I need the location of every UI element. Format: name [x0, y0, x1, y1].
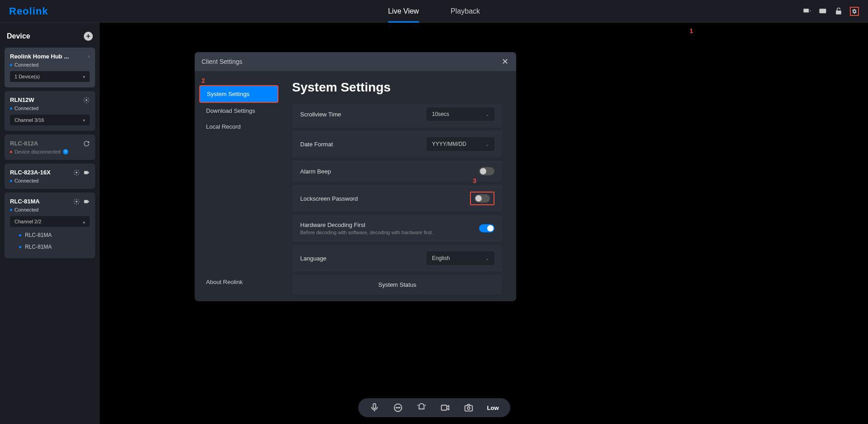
- chevron-down-icon: ⌄: [485, 256, 489, 261]
- logo: Reolink: [9, 5, 48, 17]
- svg-rect-1: [820, 9, 826, 13]
- device-card-rlc81ma[interactable]: RLC-81MA Connected Channel 2/2 ▴ RLC-81M…: [5, 193, 95, 258]
- svg-rect-8: [373, 404, 376, 409]
- settings-icon[interactable]: [850, 7, 859, 16]
- device-status: Connected: [10, 178, 90, 183]
- hardware-decoding-toggle[interactable]: [479, 224, 494, 232]
- svg-point-3: [86, 99, 87, 101]
- channel-label: 1 Device(s): [14, 74, 40, 79]
- setting-hardware-decoding: Hardware Decoding First Before decoding …: [292, 215, 503, 241]
- device-status: Connected: [10, 207, 90, 212]
- nav-local-record[interactable]: Local Record: [195, 119, 283, 135]
- channel-label: Channel 2/2: [14, 219, 41, 224]
- annotation-3: 3: [473, 177, 476, 184]
- date-format-dropdown[interactable]: YYYY/MM/DD ⌄: [427, 137, 494, 151]
- chevron-down-icon: ⌄: [485, 112, 489, 117]
- content-heading: System Settings: [292, 80, 503, 95]
- chevron-right-icon: ›: [88, 54, 90, 59]
- device-sidebar: Device + Reolink Home Hub ... › Connecte…: [0, 23, 100, 424]
- svg-rect-2: [836, 10, 841, 14]
- app-header: Reolink Live View Playback: [0, 0, 868, 23]
- camera-icon[interactable]: [83, 169, 90, 176]
- device-name-label: RLN12W: [10, 96, 34, 103]
- lockscreen-toggle[interactable]: [475, 194, 490, 202]
- setting-alarm-beep: Alarm Beep: [292, 161, 503, 182]
- device-name-label: RLC-81MA: [10, 198, 40, 205]
- record-icon[interactable]: [440, 403, 450, 413]
- channel-list: RLC-81MA RLC-81MA: [10, 229, 90, 253]
- system-status-button[interactable]: System Status: [292, 275, 503, 294]
- svg-point-12: [399, 407, 400, 408]
- device-name-label: Reolink Home Hub ...: [10, 53, 69, 60]
- nav-system-settings[interactable]: System Settings: [199, 85, 278, 103]
- channel-select[interactable]: 1 Device(s) ▾: [10, 71, 90, 82]
- setting-label: Date Format: [300, 141, 333, 148]
- channel-item[interactable]: RLC-81MA: [10, 229, 90, 241]
- device-card-rlc812a[interactable]: RLC-812A Device disconnected ?: [5, 135, 95, 160]
- bottom-toolbar: Low: [358, 398, 510, 417]
- dropdown-value: YYYY/MM/DD: [432, 141, 466, 147]
- chevron-down-icon: ▾: [83, 74, 85, 79]
- chevron-down-icon: ⌄: [485, 142, 489, 147]
- add-device-button[interactable]: +: [84, 32, 93, 41]
- gear-icon[interactable]: [73, 198, 80, 205]
- svg-rect-13: [441, 405, 446, 410]
- setting-sublabel: Before decoding with software, decoding …: [300, 230, 433, 235]
- tab-live-view[interactable]: Live View: [384, 0, 423, 23]
- quality-selector[interactable]: Low: [487, 405, 499, 411]
- svg-rect-0: [804, 9, 809, 12]
- setting-label: Lockscreen Password: [300, 195, 358, 202]
- mic-icon[interactable]: [369, 403, 379, 413]
- lockscreen-highlight: [470, 192, 494, 205]
- lock-icon[interactable]: [834, 7, 843, 16]
- alarm-beep-toggle[interactable]: [479, 167, 494, 175]
- svg-point-15: [467, 407, 470, 410]
- svg-point-4: [76, 172, 77, 173]
- modal-sidebar: 2 System Settings Download Settings Loca…: [195, 71, 283, 301]
- device-status: Connected: [10, 62, 90, 67]
- gear-icon[interactable]: [73, 169, 80, 176]
- close-button[interactable]: ✕: [500, 57, 509, 66]
- device-card-rln12w[interactable]: RLN12W Connected Channel 3/16 ▾: [5, 91, 95, 131]
- setting-label: Scrollview Time: [300, 111, 341, 118]
- channel-label: Channel 3/16: [14, 117, 44, 123]
- chat-icon[interactable]: [393, 403, 403, 413]
- header-icons: [802, 7, 859, 16]
- modal-header: Client Settings ✕: [195, 52, 516, 71]
- gear-icon[interactable]: [83, 97, 90, 103]
- add-device-icon[interactable]: [802, 7, 811, 16]
- camera-icon[interactable]: [83, 198, 90, 205]
- help-icon[interactable]: ?: [63, 149, 68, 154]
- messages-icon[interactable]: [818, 7, 827, 16]
- scrollview-dropdown[interactable]: 10secs ⌄: [427, 107, 494, 121]
- svg-rect-7: [84, 200, 88, 203]
- device-card-rlc823a[interactable]: RLC-823A-16X Connected: [5, 164, 95, 189]
- annotation-1: 1: [690, 27, 693, 34]
- channel-item[interactable]: RLC-81MA: [10, 241, 90, 253]
- tab-playback[interactable]: Playback: [446, 0, 484, 23]
- setting-label: Alarm Beep: [300, 168, 331, 175]
- nav-tabs: Live View Playback: [384, 0, 484, 23]
- channel-select[interactable]: Channel 2/2 ▴: [10, 216, 90, 227]
- modal-title: Client Settings: [201, 58, 242, 65]
- chevron-down-icon: ▾: [83, 118, 85, 123]
- modal-body: 2 System Settings Download Settings Loca…: [195, 71, 516, 301]
- about-link[interactable]: About Reolink: [195, 274, 283, 294]
- nav-download-settings[interactable]: Download Settings: [195, 103, 283, 119]
- device-status: Connected: [10, 106, 90, 111]
- setting-language: Language English ⌄: [292, 245, 503, 271]
- channel-select[interactable]: Channel 3/16 ▾: [10, 115, 90, 125]
- alarm-icon[interactable]: [417, 403, 427, 413]
- snapshot-icon[interactable]: [464, 403, 474, 413]
- device-card-home-hub[interactable]: Reolink Home Hub ... › Connected 1 Devic…: [5, 48, 95, 87]
- svg-rect-5: [84, 171, 88, 174]
- svg-point-10: [396, 407, 397, 408]
- svg-point-11: [398, 407, 398, 408]
- modal-content: System Settings Scrollview Time 10secs ⌄…: [283, 71, 516, 301]
- device-name-label: RLC-823A-16X: [10, 169, 51, 176]
- dropdown-value: 10secs: [432, 111, 449, 117]
- setting-scrollview: Scrollview Time 10secs ⌄: [292, 104, 503, 127]
- refresh-icon[interactable]: [83, 140, 90, 147]
- setting-date-format: Date Format YYYY/MM/DD ⌄: [292, 131, 503, 157]
- language-dropdown[interactable]: English ⌄: [427, 251, 494, 265]
